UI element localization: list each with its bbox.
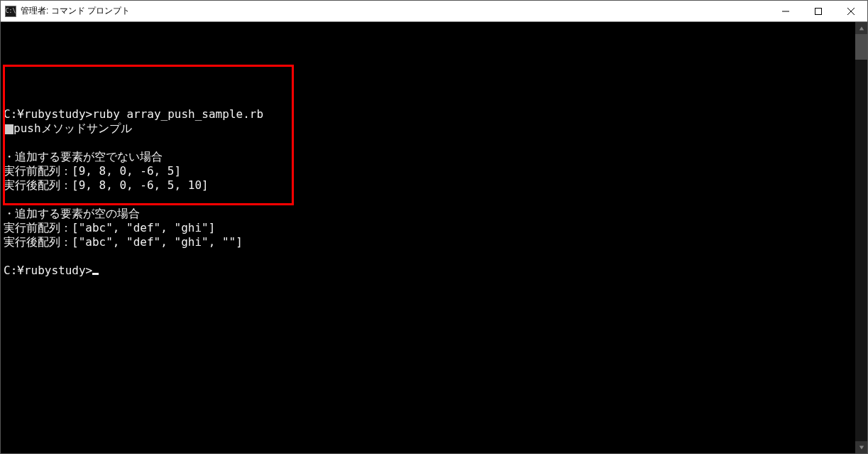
terminal-line: ・追加する要素が空でない場合 <box>1 150 855 164</box>
terminal-line: 実行前配列：["abc", "def", "ghi"] <box>1 221 855 235</box>
scroll-down-button[interactable] <box>855 441 867 453</box>
close-icon <box>847 8 855 15</box>
titlebar-left: C:\ 管理者: コマンド プロンプト <box>1 5 130 17</box>
cursor-icon <box>92 273 99 275</box>
terminal-line: 実行後配列：["abc", "def", "ghi", ""] <box>1 235 855 249</box>
terminal-line: pushメソッドサンプル <box>1 121 855 136</box>
close-button[interactable] <box>835 1 867 21</box>
cmd-icon: C:\ <box>5 6 16 17</box>
terminal-output[interactable]: C:¥rubystudy>ruby array_push_sample.rbpu… <box>1 22 855 453</box>
terminal-line: 実行前配列：[9, 8, 0, -6, 5] <box>1 164 855 178</box>
chevron-down-icon <box>859 445 864 450</box>
terminal-line: ・追加する要素が空の場合 <box>1 207 855 221</box>
minimize-button[interactable] <box>769 1 802 21</box>
window-title: 管理者: コマンド プロンプト <box>21 5 130 17</box>
terminal-line: C:¥rubystudy>ruby array_push_sample.rb <box>1 107 855 121</box>
minimize-icon <box>782 8 789 15</box>
terminal-prompt-line: C:¥rubystudy> <box>1 264 855 278</box>
scrollbar-track[interactable] <box>855 34 867 441</box>
maximize-icon <box>815 8 822 15</box>
terminal-line <box>1 136 855 150</box>
chevron-up-icon <box>859 26 864 31</box>
terminal-text: pushメソッドサンプル <box>13 121 132 135</box>
scroll-up-button[interactable] <box>855 22 867 34</box>
terminal-line <box>1 249 855 264</box>
svg-marker-5 <box>859 445 863 449</box>
terminal-content: C:¥rubystudy>ruby array_push_sample.rbpu… <box>1 65 855 278</box>
cmd-window: C:\ 管理者: コマンド プロンプト C:¥rubystudy>ruby ar… <box>0 0 868 454</box>
terminal-line <box>1 193 855 207</box>
block-char-icon <box>4 124 13 134</box>
terminal-line: 実行後配列：[9, 8, 0, -6, 5, 10] <box>1 178 855 193</box>
titlebar[interactable]: C:\ 管理者: コマンド プロンプト <box>1 1 867 22</box>
maximize-button[interactable] <box>802 1 835 21</box>
scrollbar-thumb[interactable] <box>855 34 867 60</box>
blank-area <box>1 65 855 107</box>
vertical-scrollbar[interactable] <box>855 22 867 453</box>
client-area: C:¥rubystudy>ruby array_push_sample.rbpu… <box>1 22 867 453</box>
prompt-text: C:¥rubystudy> <box>4 264 92 277</box>
svg-marker-4 <box>859 26 863 30</box>
svg-rect-1 <box>815 8 822 14</box>
window-controls <box>769 1 867 21</box>
